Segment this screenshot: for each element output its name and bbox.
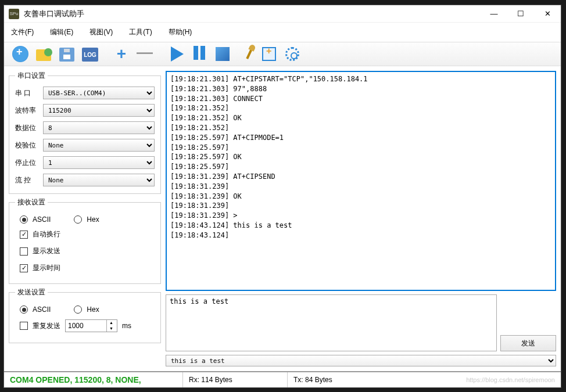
menu-tools[interactable]: 工具(T): [129, 27, 152, 37]
databits-label: 数据位: [15, 123, 38, 133]
tb-zoomin-button[interactable]: +: [110, 44, 133, 64]
stopbits-select[interactable]: 1: [43, 156, 155, 169]
serial-legend: 串口设置: [15, 71, 48, 81]
menu-view[interactable]: 视图(V): [89, 27, 113, 37]
app-icon: SPu: [9, 9, 19, 19]
interval-spinner[interactable]: ▲ ▼: [65, 319, 117, 332]
databits-select[interactable]: 8: [43, 121, 155, 134]
send-history-select[interactable]: this is a test: [166, 355, 556, 366]
send-ascii-label: ASCII: [33, 305, 51, 314]
repeat-label: 重复发送: [33, 321, 60, 331]
recv-hex-label: Hex: [87, 215, 99, 224]
send-hex-label: Hex: [87, 305, 99, 314]
port-label: 串 口: [15, 88, 38, 98]
interval-unit: ms: [122, 322, 131, 330]
flow-select[interactable]: None: [43, 174, 155, 186]
send-settings-group: 发送设置 ASCII Hex 重复发送: [9, 287, 161, 343]
app-window: SPu 友善串口调试助手 — ☐ ✕ 文件(F) 编辑(E) 视图(V) 工具(…: [3, 5, 561, 388]
tb-window-button[interactable]: [257, 44, 281, 64]
window-controls: — ☐ ✕: [481, 5, 561, 23]
parity-label: 校验位: [15, 141, 38, 150]
send-textarea[interactable]: [166, 294, 497, 351]
check-icon: [20, 247, 28, 256]
close-button[interactable]: ✕: [534, 5, 561, 23]
showtime-label: 显示时间: [33, 263, 60, 273]
radio-icon: [74, 305, 82, 314]
recv-legend: 接收设置: [15, 197, 48, 207]
radio-icon: [74, 215, 82, 224]
radio-checked-icon: [20, 215, 28, 224]
left-panel: 串口设置 串 口 USB-SER..(COM4) 波特率 115200 数据位 …: [9, 71, 161, 366]
check-icon: [20, 264, 28, 272]
recv-ascii-label: ASCII: [33, 215, 51, 224]
content-area: 串口设置 串 口 USB-SER..(COM4) 波特率 115200 数据位 …: [4, 66, 561, 371]
window-title: 友善串口调试助手: [24, 9, 481, 19]
receive-textarea[interactable]: [19:18:21.301] AT+CIPSTART="TCP","150.15…: [166, 71, 556, 291]
showtime-checkbox[interactable]: 显示时间: [15, 260, 155, 276]
showsend-checkbox[interactable]: 显示发送: [15, 243, 155, 260]
tb-log-button[interactable]: LOG: [78, 44, 102, 64]
repeat-checkbox[interactable]: 重复发送: [20, 321, 60, 331]
tb-connect-button[interactable]: [9, 44, 32, 64]
spin-down-icon[interactable]: ▼: [106, 326, 116, 332]
baud-label: 波特率: [15, 106, 38, 116]
recv-hex-radio[interactable]: Hex: [74, 215, 99, 224]
recv-ascii-radio[interactable]: ASCII: [20, 215, 51, 224]
status-connection: COM4 OPENED, 115200, 8, NONE,: [4, 372, 183, 387]
send-ascii-radio[interactable]: ASCII: [20, 305, 51, 314]
spin-up-icon[interactable]: ▲: [106, 320, 116, 326]
serial-settings-group: 串口设置 串 口 USB-SER..(COM4) 波特率 115200 数据位 …: [9, 71, 161, 194]
send-hex-radio[interactable]: Hex: [74, 305, 99, 314]
radio-checked-icon: [20, 305, 28, 314]
receive-settings-group: 接收设置 ASCII Hex 自动换行: [9, 197, 161, 284]
menu-edit[interactable]: 编辑(E): [50, 27, 73, 37]
flow-label: 流 控: [15, 175, 38, 185]
baud-select[interactable]: 115200: [43, 104, 155, 117]
check-icon: [20, 322, 28, 330]
tb-pause-button[interactable]: [188, 44, 211, 64]
parity-select[interactable]: None: [43, 139, 155, 152]
send-legend: 发送设置: [15, 287, 48, 297]
showsend-label: 显示发送: [33, 246, 60, 256]
stopbits-label: 停止位: [15, 158, 38, 168]
tb-play-button[interactable]: [164, 44, 188, 64]
status-tx: Tx: 84 Bytes: [288, 372, 392, 387]
tb-save-button[interactable]: [55, 44, 78, 64]
statusbar: COM4 OPENED, 115200, 8, NONE, Rx: 114 By…: [4, 371, 561, 387]
right-panel: [19:18:21.301] AT+CIPSTART="TCP","150.15…: [166, 71, 556, 366]
tb-stop-button[interactable]: [211, 44, 234, 64]
toolbar: LOG + —: [4, 42, 561, 66]
tb-open-button[interactable]: [32, 44, 55, 64]
port-select[interactable]: USB-SER..(COM4): [43, 87, 155, 99]
send-button[interactable]: 发送: [500, 335, 556, 351]
watermark-text: https://blog.csdn.net/spiremoon: [466, 376, 561, 383]
tb-clear-button[interactable]: [234, 44, 257, 64]
minimize-button[interactable]: —: [481, 5, 507, 23]
check-icon: [20, 231, 28, 239]
status-rx: Rx: 114 Bytes: [183, 372, 288, 387]
autowrap-label: 自动换行: [33, 229, 60, 239]
menu-file[interactable]: 文件(F): [11, 27, 34, 37]
titlebar: SPu 友善串口调试助手 — ☐ ✕: [4, 5, 561, 23]
maximize-button[interactable]: ☐: [507, 5, 534, 23]
menubar: 文件(F) 编辑(E) 视图(V) 工具(T) 帮助(H): [4, 23, 561, 42]
tb-settings-button[interactable]: [281, 44, 304, 64]
tb-zoomout-button[interactable]: —: [133, 44, 156, 64]
interval-input[interactable]: [66, 322, 106, 330]
send-area: 发送: [166, 294, 556, 351]
menu-help[interactable]: 帮助(H): [169, 27, 192, 37]
autowrap-checkbox[interactable]: 自动换行: [15, 226, 155, 243]
